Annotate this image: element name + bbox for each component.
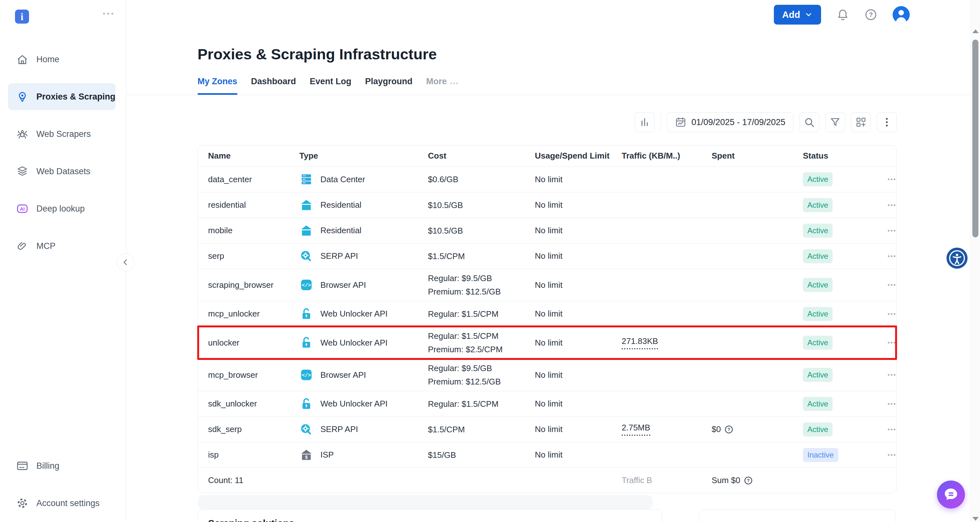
table-row[interactable]: unlocker Web Unlocker API Regular: $1.5/… <box>198 326 896 359</box>
sidebar-item-home[interactable]: Home <box>8 46 116 73</box>
zone-actions <box>886 280 897 290</box>
spider-icon <box>16 127 29 140</box>
zone-actions <box>886 225 897 236</box>
tab-label: Event Log <box>310 76 352 86</box>
traffic-value[interactable]: 2.75MB <box>622 423 651 436</box>
sidebar-collapse-button[interactable] <box>116 253 134 271</box>
table-row[interactable]: mcp_unlocker Web Unlocker API Regular: $… <box>198 301 896 326</box>
column-header-spent: Spent <box>712 151 803 161</box>
table-menu-button[interactable] <box>877 112 897 132</box>
sidebar-item-label: Home <box>37 54 59 64</box>
tab-dashboard[interactable]: Dashboard <box>251 76 296 95</box>
zone-type-label: Browser API <box>320 280 366 290</box>
residential-house-icon <box>299 224 313 238</box>
zone-type: Web Unlocker API <box>299 397 428 411</box>
date-range-button[interactable]: 01/09/2025 - 17/09/2025 <box>667 112 793 132</box>
row-menu-icon[interactable] <box>886 450 897 460</box>
table-row[interactable]: mcp_browser </> Browser API Regular: $9.… <box>198 359 896 391</box>
sidebar-item-mcp[interactable]: MCP <box>8 232 116 259</box>
zone-traffic: 271.83KB <box>622 336 712 349</box>
table-row[interactable]: data_center Data Center $0.6/GB No limit… <box>198 167 896 192</box>
table-row[interactable]: residential Residential $10.5/GB No limi… <box>198 192 896 218</box>
row-menu-icon[interactable] <box>886 424 897 435</box>
column-header-traffic-kb-m: Traffic (KB/M..) <box>622 151 712 161</box>
table-row[interactable]: scraping_browser </> Browser API Regular… <box>198 269 896 301</box>
search-icon <box>803 116 815 128</box>
table-row[interactable]: mobile Residential $10.5/GB No limit Act… <box>198 218 896 243</box>
scrollbar-thumb[interactable] <box>972 40 978 237</box>
status-badge: Active <box>803 224 832 238</box>
sidebar-item-web-datasets[interactable]: Web Datasets <box>8 158 116 185</box>
search-button[interactable] <box>799 112 819 132</box>
svg-text:?: ? <box>727 427 730 432</box>
table-row[interactable]: sdk_unlocker Web Unlocker API Regular: $… <box>198 391 896 416</box>
zone-status: Active <box>803 224 886 238</box>
accessibility-button[interactable] <box>947 248 967 269</box>
sidebar-item-billing[interactable]: Billing <box>8 452 116 479</box>
row-menu-icon[interactable] <box>886 200 897 210</box>
sidebar-item-web-scrapers[interactable]: Web Scrapers <box>8 121 116 147</box>
page-scrollbar[interactable] <box>970 0 980 522</box>
row-menu-icon[interactable] <box>886 309 897 319</box>
notifications-bell-icon[interactable] <box>837 8 849 21</box>
zone-status: Active <box>803 278 886 292</box>
zone-type: Data Center <box>299 172 428 186</box>
row-menu-icon[interactable] <box>886 369 897 380</box>
row-menu-icon[interactable] <box>886 251 897 262</box>
column-header-name: Name <box>208 151 299 161</box>
status-badge: Active <box>803 198 832 212</box>
ai-badge-icon: AI <box>16 202 29 215</box>
row-menu-icon[interactable] <box>886 225 897 236</box>
row-menu-icon[interactable] <box>886 280 897 290</box>
main-content: Add ? Proxies & Scraping Infrastructure … <box>126 0 980 522</box>
zone-usage-limit: No limit <box>535 424 622 434</box>
scroll-down-arrow[interactable] <box>972 517 979 521</box>
zone-cost: Regular: $9.5/GBPremium: $12.5/GB <box>428 361 535 388</box>
zone-cost: $15/GB <box>428 448 535 462</box>
tab-playground[interactable]: Playground <box>365 76 413 95</box>
traffic-value[interactable]: 271.83KB <box>622 336 658 349</box>
add-button[interactable]: Add <box>774 5 821 25</box>
tab-label: My Zones <box>197 76 237 86</box>
row-menu-icon[interactable] <box>886 174 897 185</box>
sidebar-item-account-settings[interactable]: Account settings <box>8 490 116 517</box>
zone-name: mcp_browser <box>208 370 299 380</box>
scroll-up-arrow[interactable] <box>972 29 979 33</box>
zone-usage-limit: No limit <box>535 251 622 261</box>
tab-event-log[interactable]: Event Log <box>310 76 352 95</box>
browser-code-icon: </> <box>299 278 313 292</box>
serp-search-icon <box>299 422 313 436</box>
statistics-chart-button[interactable] <box>635 112 654 132</box>
help-icon[interactable]: ? <box>864 8 877 21</box>
tab-more[interactable]: More <box>426 76 458 95</box>
traffic-total-label: Traffic B <box>622 476 712 485</box>
table-row[interactable]: sdk_serp SERP API $1.5/CPM No limit 2.75… <box>198 416 896 442</box>
zone-type: Residential <box>299 224 428 238</box>
brand-logo[interactable]: i <box>15 10 29 24</box>
sidebar-item-proxies-scraping[interactable]: Proxies & Scraping <box>8 83 116 110</box>
table-row[interactable]: isp $ ISP $15/GB No limit Inactive <box>198 442 896 468</box>
sidebar-more-icon[interactable] <box>102 7 115 21</box>
question-circle-icon[interactable]: ? <box>743 476 753 485</box>
sidebar-item-label: Billing <box>37 461 59 471</box>
sidebar-item-deep-lookup[interactable]: AI Deep lookup <box>8 195 116 222</box>
user-avatar[interactable] <box>892 6 910 23</box>
question-circle-icon[interactable]: ? <box>724 425 733 434</box>
accessibility-person-icon <box>948 250 966 267</box>
row-menu-icon[interactable] <box>886 337 897 348</box>
filter-button[interactable] <box>825 112 845 132</box>
table-row[interactable]: serp SERP API $1.5/CPM No limit Active <box>198 243 896 269</box>
zone-usage-limit: No limit <box>535 370 622 380</box>
zone-type: $ ISP <box>299 448 428 462</box>
columns-settings-button[interactable] <box>851 112 871 132</box>
zone-type-label: ISP <box>320 450 334 460</box>
zone-name: serp <box>208 251 299 261</box>
sidebar-nav: Home Proxies & Scraping Web Scrapers Web… <box>8 46 116 270</box>
chat-button[interactable] <box>937 481 965 509</box>
zone-name: residential <box>208 200 299 210</box>
zone-name: mcp_unlocker <box>208 309 299 319</box>
row-menu-icon[interactable] <box>886 398 897 409</box>
tab-my-zones[interactable]: My Zones <box>197 76 237 95</box>
zone-type-label: Residential <box>320 200 361 210</box>
home-icon <box>16 53 29 66</box>
